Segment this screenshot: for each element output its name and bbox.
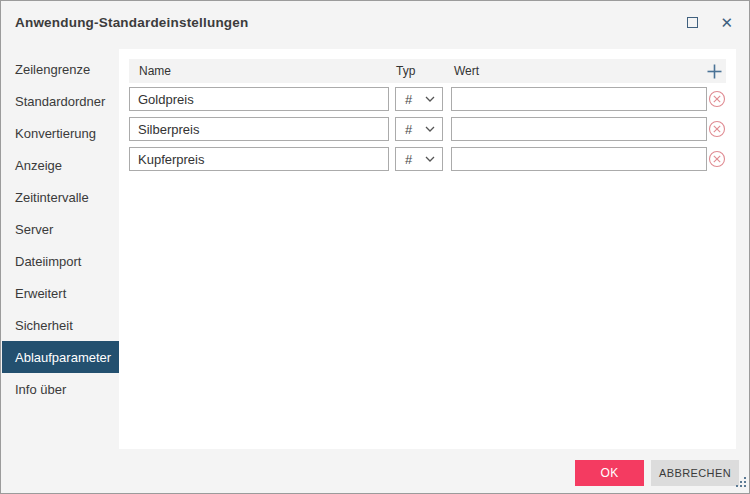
param-name-input[interactable]: [129, 147, 389, 171]
delete-row-button[interactable]: [708, 150, 726, 168]
param-name-input[interactable]: [129, 117, 389, 141]
dialog-title: Anwendung-Standardeinstellungen: [15, 15, 248, 30]
resize-grip-icon[interactable]: [736, 473, 746, 491]
plus-icon: [706, 63, 723, 80]
sidebar-item-label: Server: [15, 222, 53, 237]
sidebar-item-label: Zeilengrenze: [15, 62, 90, 77]
param-typ-dropdown[interactable]: #: [395, 87, 443, 111]
sidebar-item-label: Dateiimport: [15, 254, 81, 269]
sidebar-item-label: Info über: [15, 382, 66, 397]
typ-value: #: [405, 152, 412, 167]
settings-dialog: Anwendung-Standardeinstellungen ✕ Zeilen…: [0, 0, 750, 494]
column-header-name: Name: [139, 59, 171, 83]
sidebar-item-dateiimport[interactable]: Dateiimport: [2, 245, 119, 277]
parameter-row: #: [129, 117, 726, 141]
typ-value: #: [405, 92, 412, 107]
sidebar-item-label: Sicherheit: [15, 318, 73, 333]
sidebar-item-standardordner[interactable]: Standardordner: [2, 85, 119, 117]
window-controls: ✕: [687, 15, 737, 30]
delete-row-button[interactable]: [708, 90, 726, 108]
close-icon[interactable]: ✕: [720, 15, 733, 30]
typ-value: #: [405, 122, 412, 137]
circle-x-icon: [708, 120, 726, 138]
ok-button[interactable]: OK: [575, 460, 644, 486]
param-wert-input[interactable]: [451, 87, 707, 111]
param-name-input[interactable]: [129, 87, 389, 111]
delete-row-button[interactable]: [708, 120, 726, 138]
sidebar-item-label: Ablaufparameter: [15, 350, 111, 365]
table-header: Name Typ Wert: [129, 59, 726, 83]
cancel-button[interactable]: ABBRECHEN: [651, 460, 739, 486]
column-header-typ: Typ: [396, 59, 415, 83]
sidebar-item-label: Standardordner: [15, 94, 105, 109]
sidebar-item-zeilengrenze[interactable]: Zeilengrenze: [2, 53, 119, 85]
column-header-wert: Wert: [454, 59, 479, 83]
sidebar-item-info-ber[interactable]: Info über: [2, 373, 119, 405]
sidebar-item-label: Anzeige: [15, 158, 62, 173]
param-rows: # #: [129, 87, 726, 171]
parameter-row: #: [129, 87, 726, 111]
circle-x-icon: [708, 90, 726, 108]
sidebar-item-anzeige[interactable]: Anzeige: [2, 149, 119, 181]
add-parameter-button[interactable]: [706, 63, 723, 80]
parameter-panel: Name Typ Wert #: [119, 49, 736, 449]
sidebar-item-erweitert[interactable]: Erweitert: [2, 277, 119, 309]
param-wert-input[interactable]: [451, 147, 707, 171]
chevron-down-icon: [425, 156, 435, 162]
title-bar: Anwendung-Standardeinstellungen ✕: [1, 1, 749, 43]
sidebar-item-ablaufparameter[interactable]: Ablaufparameter: [2, 341, 119, 373]
sidebar-item-server[interactable]: Server: [2, 213, 119, 245]
sidebar-item-sicherheit[interactable]: Sicherheit: [2, 309, 119, 341]
chevron-down-icon: [425, 96, 435, 102]
sidebar-item-zeitintervalle[interactable]: Zeitintervalle: [2, 181, 119, 213]
maximize-icon[interactable]: [687, 17, 698, 28]
param-wert-input[interactable]: [451, 117, 707, 141]
chevron-down-icon: [425, 126, 435, 132]
sidebar-item-konvertierung[interactable]: Konvertierung: [2, 117, 119, 149]
sidebar-item-label: Konvertierung: [15, 126, 96, 141]
parameter-row: #: [129, 147, 726, 171]
sidebar: Zeilengrenze Standardordner Konvertierun…: [2, 49, 119, 405]
sidebar-item-label: Erweitert: [15, 286, 66, 301]
param-typ-dropdown[interactable]: #: [395, 147, 443, 171]
param-typ-dropdown[interactable]: #: [395, 117, 443, 141]
circle-x-icon: [708, 150, 726, 168]
sidebar-item-label: Zeitintervalle: [15, 190, 89, 205]
